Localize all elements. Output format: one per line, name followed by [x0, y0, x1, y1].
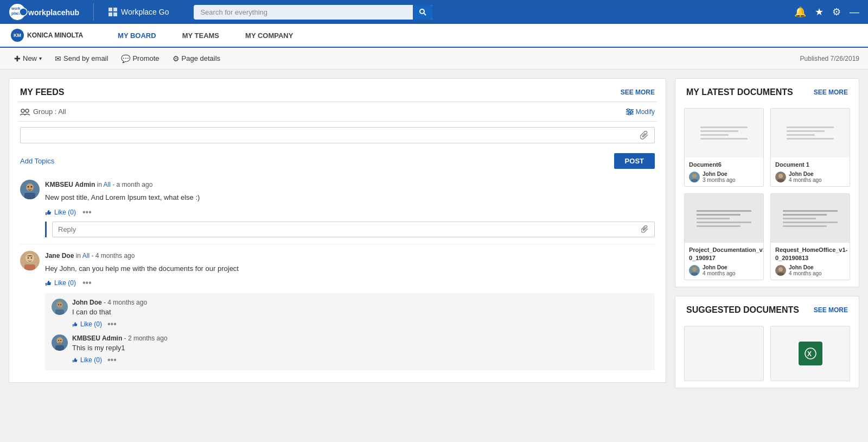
konica-minolta-icon: KM — [11, 29, 24, 42]
notifications-icon[interactable]: 🔔 — [794, 6, 806, 18]
new-button[interactable]: ✚ New ▾ — [9, 52, 47, 65]
svg-rect-8 — [113, 12, 117, 16]
doc-user-name: John Doe — [703, 264, 736, 270]
svg-rect-42 — [777, 273, 784, 276]
like-button[interactable]: Like (0) — [45, 209, 76, 216]
doc-info: Document6 John Doe 3 months ago — [685, 157, 763, 186]
svg-rect-26 — [24, 264, 35, 270]
promote-button[interactable]: 💬 Promote — [116, 52, 164, 65]
nav-my-board[interactable]: MY BOARD — [116, 24, 158, 48]
suggested-docs-card: SUGGESTED DOCUMENTS SEE MORE — [675, 296, 859, 388]
post-content: Jane Doe in All - 4 months ago Hey John,… — [45, 251, 239, 274]
nested-reply-header-2: KMBSEU Admin - 2 months ago This is my r… — [52, 334, 648, 352]
more-options-button[interactable]: ••• — [107, 319, 117, 329]
doc-card[interactable]: Request_HomeOffice_v1-0_20190813 John Do… — [770, 193, 850, 280]
new-label: New — [23, 54, 37, 62]
doc-line — [787, 134, 815, 136]
favorites-icon[interactable]: ★ — [815, 6, 824, 18]
doc-line — [697, 210, 752, 212]
nested-meta-2: KMBSEU Admin - 2 months ago — [72, 334, 168, 342]
more-options-button[interactable]: ••• — [82, 278, 92, 288]
doc-line — [700, 138, 748, 140]
attachment-icon-reply — [641, 225, 649, 233]
right-panel: MY LATEST DOCUMENTS SEE MORE — [675, 78, 859, 397]
svg-point-37 — [778, 174, 783, 178]
suggested-docs-see-more[interactable]: SEE MORE — [814, 306, 848, 314]
doc-card[interactable] — [684, 326, 764, 381]
doc-card[interactable]: Document 1 John Doe 4 months ago — [770, 108, 850, 187]
latest-docs-see-more[interactable]: SEE MORE — [814, 89, 848, 96]
nav-my-company[interactable]: MY COMPANY — [243, 24, 295, 48]
doc-name: Document 1 — [775, 161, 845, 168]
doc-line — [697, 222, 752, 223]
nav-my-teams[interactable]: MY TEAMS — [180, 24, 221, 48]
doc-time: 4 months ago — [789, 270, 822, 276]
settings-icon[interactable]: ⚙ — [832, 6, 841, 18]
feeds-card: MY FEEDS SEE MORE Group : All — [9, 78, 666, 383]
avatar — [20, 180, 40, 199]
doc-preview-lines — [787, 124, 834, 142]
nested-text: I can do that — [72, 308, 147, 316]
doc-user-row: John Doe 4 months ago — [775, 171, 845, 183]
minimize-icon[interactable]: — — [850, 7, 859, 18]
svg-rect-34 — [55, 345, 64, 351]
avatar — [52, 299, 68, 315]
svg-line-10 — [424, 14, 426, 16]
search-input[interactable] — [194, 5, 432, 20]
more-options-button[interactable]: ••• — [82, 207, 92, 217]
svg-point-29 — [60, 304, 61, 305]
reply-input[interactable] — [58, 225, 641, 233]
avatar-image — [52, 299, 68, 315]
email-icon: ✉ — [55, 54, 61, 63]
post-button[interactable]: POST — [614, 153, 655, 169]
doc-card[interactable]: Project_Documentation_v1-0_190917 John D… — [684, 193, 764, 280]
more-options-button[interactable]: ••• — [107, 355, 117, 365]
like-button[interactable]: Like (0) — [45, 279, 76, 287]
promote-label: Promote — [132, 54, 159, 62]
doc-avatar — [775, 172, 786, 182]
nested-author-2: KMBSEU Admin — [72, 334, 122, 342]
svg-point-3 — [20, 8, 27, 16]
avatar — [20, 251, 40, 270]
attachment-icon — [640, 131, 649, 140]
latest-docs-card: MY LATEST DOCUMENTS SEE MORE — [675, 78, 859, 287]
doc-avatar — [689, 265, 700, 276]
feeds-see-more[interactable]: SEE MORE — [621, 89, 655, 96]
doc-preview — [685, 326, 763, 381]
like-button[interactable]: Like (0) — [72, 320, 102, 328]
add-topics-link[interactable]: Add Topics — [20, 157, 54, 165]
left-panel: MY FEEDS SEE MORE Group : All — [9, 78, 666, 397]
workplace-go-icon — [108, 7, 118, 17]
feed-filter: Group : All Modify — [9, 102, 666, 121]
svg-rect-38 — [777, 179, 784, 182]
post-text-input[interactable] — [26, 131, 640, 140]
page-details-button[interactable]: ⚙ Page details — [167, 52, 226, 65]
main-content: MY FEEDS SEE MORE Group : All — [0, 70, 868, 406]
like-button[interactable]: Like (0) — [72, 356, 102, 364]
doc-line — [700, 130, 738, 132]
post-meta: Jane Doe in All - 4 months ago — [45, 251, 239, 261]
svg-rect-7 — [108, 12, 112, 16]
reply-box — [45, 222, 655, 237]
doc-info: Request_HomeOffice_v1-0_20190813 John Do… — [771, 243, 850, 280]
post-header: KMBSEU Admin in All - a month ago New po… — [20, 180, 655, 203]
thumbs-up-icon — [45, 209, 53, 216]
workplacehub-logo: work place workplacehub — [9, 3, 85, 21]
post-group[interactable]: All — [104, 181, 111, 188]
published-date: Published 7/26/2019 — [800, 55, 859, 62]
svg-point-19 — [26, 184, 34, 191]
modify-filter[interactable]: Modify — [626, 108, 655, 116]
excel-file-icon: X — [803, 346, 818, 361]
search-button[interactable] — [413, 5, 432, 20]
doc-card[interactable]: Document6 John Doe 3 months ago — [684, 108, 764, 187]
doc-card[interactable]: X — [770, 326, 850, 381]
top-navigation: work place workplacehub Workplace Go 🔔 ★… — [0, 0, 868, 24]
workplace-go-button[interactable]: Workplace Go — [103, 5, 174, 19]
svg-rect-5 — [108, 8, 112, 11]
nested-reply-content: John Doe - 4 months ago I can do that — [72, 299, 147, 316]
svg-point-23 — [25, 254, 34, 262]
post-header: Jane Doe in All - 4 months ago Hey John,… — [20, 251, 655, 274]
plus-icon: ✚ — [14, 54, 21, 63]
send-email-button[interactable]: ✉ Send by email — [49, 52, 113, 65]
post-group[interactable]: All — [82, 252, 90, 260]
